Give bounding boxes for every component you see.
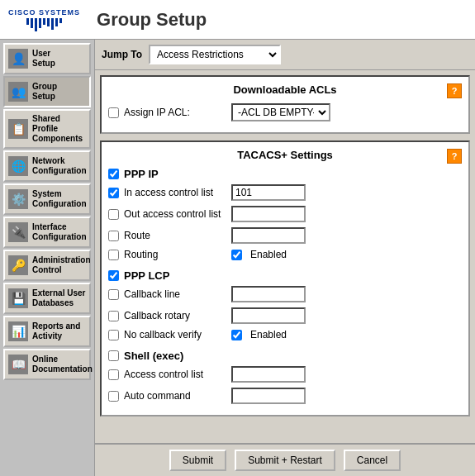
assign-ip-acl-label: Assign IP ACL:	[124, 107, 231, 118]
sidebar-item-system-config[interactable]: ⚙️ SystemConfiguration	[3, 183, 91, 215]
in-acl-label: In access control list	[124, 187, 231, 198]
route-checkbox[interactable]	[108, 231, 119, 241]
interface-icon: 🔌	[8, 222, 28, 242]
bar7	[51, 18, 54, 30]
submit-restart-button[interactable]: Submit + Restart	[235, 450, 335, 471]
reports-icon: 📊	[8, 321, 28, 341]
sidebar-item-external-user[interactable]: 💾 External UserDatabases	[3, 283, 91, 314]
cisco-text: CISCO SYSTEMS	[8, 8, 80, 17]
callback-rotary-label: Callback rotary	[124, 310, 231, 321]
sidebar-item-admin-control[interactable]: 🔑 AdministrationControl	[3, 250, 91, 281]
routing-label: Routing	[124, 249, 231, 260]
sidebar-item-shared-profile[interactable]: 📋 Shared ProfileComponents	[3, 109, 91, 149]
header: CISCO SYSTEMS Group Setup	[0, 0, 475, 40]
downloadable-acls-help-icon[interactable]: ?	[447, 83, 462, 98]
routing-enabled-checkbox[interactable]	[231, 250, 242, 260]
auto-cmd-input[interactable]	[231, 388, 306, 404]
docs-icon: 📖	[8, 355, 28, 374]
ppp-ip-header: PPP IP	[108, 168, 462, 180]
bar5	[43, 18, 45, 25]
sidebar-item-online-docs[interactable]: 📖 OnlineDocumentation	[3, 349, 91, 380]
content-area: Jump To Access Restrictions General Netw…	[95, 40, 475, 476]
sidebar-label-admin-control: AdministrationControl	[32, 255, 91, 275]
in-acl-input[interactable]	[231, 184, 306, 201]
routing-row: Routing Enabled	[108, 248, 462, 261]
out-acl-label: Out access control list	[124, 208, 231, 220]
acl-checkbox[interactable]	[108, 369, 119, 380]
in-acl-row: In access control list	[108, 183, 462, 202]
callback-rotary-checkbox[interactable]	[108, 311, 119, 321]
auto-cmd-checkbox[interactable]	[108, 391, 119, 402]
main-layout: 👤 UserSetup 👥 GroupSetup 📋 Shared Profil…	[0, 40, 475, 476]
sidebar-label-external-user: External UserDatabases	[32, 288, 85, 308]
bar6	[47, 18, 50, 26]
sidebar-item-interface-config[interactable]: 🔌 InterfaceConfiguration	[3, 217, 91, 248]
callback-line-input[interactable]	[231, 286, 306, 302]
sidebar-label-shared-profile: Shared ProfileComponents	[32, 114, 86, 144]
cisco-logo: CISCO SYSTEMS	[8, 8, 80, 31]
shell-exec-title: Shell (exec)	[124, 350, 183, 362]
no-callback-enabled-label: Enabled	[250, 329, 287, 340]
no-callback-enabled-checkbox[interactable]	[231, 330, 242, 340]
cancel-button[interactable]: Cancel	[344, 450, 401, 471]
ppp-ip-checkbox[interactable]	[108, 169, 119, 179]
submit-button[interactable]: Submit	[169, 450, 226, 471]
bar2	[31, 18, 33, 28]
shell-exec-checkbox[interactable]	[108, 350, 119, 361]
in-acl-checkbox[interactable]	[108, 188, 119, 198]
callback-rotary-input[interactable]	[231, 307, 306, 324]
route-input[interactable]	[231, 227, 306, 244]
sidebar-item-reports[interactable]: 📊 Reports andActivity	[3, 316, 91, 347]
no-callback-label: No callback verify	[124, 329, 231, 340]
page-title: Group Setup	[97, 9, 207, 31]
downloadable-acls-title: Downloadable ACLs	[233, 83, 336, 96]
sidebar: 👤 UserSetup 👥 GroupSetup 📋 Shared Profil…	[0, 40, 95, 476]
downloadable-acls-header: Downloadable ACLs ?	[108, 83, 462, 96]
bar8	[55, 18, 58, 26]
tacacs-settings-help-icon[interactable]: ?	[447, 149, 462, 164]
shell-exec-header: Shell (exec)	[108, 350, 462, 362]
system-icon: ⚙️	[8, 189, 28, 209]
jump-to-select[interactable]: Access Restrictions General Network Secu…	[149, 45, 281, 64]
group-icon: 👥	[8, 82, 28, 102]
out-acl-checkbox[interactable]	[108, 209, 119, 220]
sidebar-label-user-setup: UserSetup	[32, 49, 55, 69]
tacacs-settings-header: TACACS+ Settings ?	[108, 149, 462, 161]
user-icon: 👤	[8, 49, 28, 69]
jump-to-label: Jump To	[102, 49, 142, 60]
route-row: Route	[108, 226, 462, 245]
scrollable-content[interactable]: Downloadable ACLs ? Assign IP ACL: -ACL …	[95, 70, 475, 443]
sidebar-label-reports: Reports andActivity	[32, 321, 80, 341]
bar9	[59, 18, 62, 23]
out-acl-input[interactable]	[231, 206, 306, 222]
assign-ip-acl-row: Assign IP ACL: -ACL DB EMPTY-	[108, 102, 462, 122]
shared-profile-icon: 📋	[8, 119, 28, 139]
sidebar-label-group-setup: GroupSetup	[32, 82, 57, 102]
callback-line-checkbox[interactable]	[108, 289, 119, 300]
assign-ip-acl-checkbox[interactable]	[108, 107, 119, 118]
cisco-bars	[26, 18, 62, 31]
sidebar-label-online-docs: OnlineDocumentation	[32, 355, 93, 374]
sidebar-item-network-config[interactable]: 🌐 NetworkConfiguration	[3, 150, 91, 182]
acl-input[interactable]	[231, 366, 306, 383]
ppp-lcp-header: PPP LCP	[108, 269, 462, 282]
auto-cmd-label: Auto command	[124, 390, 231, 402]
sidebar-item-group-setup[interactable]: 👥 GroupSetup	[3, 76, 91, 107]
no-callback-row: No callback verify Enabled	[108, 328, 462, 341]
assign-ip-acl-select[interactable]: -ACL DB EMPTY-	[231, 103, 330, 121]
no-callback-checkbox[interactable]	[108, 330, 119, 340]
network-icon: 🌐	[8, 156, 28, 176]
ppp-lcp-checkbox[interactable]	[108, 270, 119, 281]
sidebar-item-user-setup[interactable]: 👤 UserSetup	[3, 43, 91, 74]
out-acl-row: Out access control list	[108, 205, 462, 223]
auto-cmd-row: Auto command	[108, 387, 462, 405]
jump-to-bar: Jump To Access Restrictions General Netw…	[95, 40, 475, 70]
footer: Submit Submit + Restart Cancel	[95, 443, 475, 476]
callback-rotary-row: Callback rotary	[108, 307, 462, 325]
acl-row: Access control list	[108, 365, 462, 383]
routing-checkbox[interactable]	[108, 250, 119, 260]
acl-label: Access control list	[124, 369, 231, 380]
bar3	[35, 18, 37, 31]
tacacs-settings-title: TACACS+ Settings	[237, 149, 333, 161]
sidebar-label-system-config: SystemConfiguration	[32, 189, 87, 209]
